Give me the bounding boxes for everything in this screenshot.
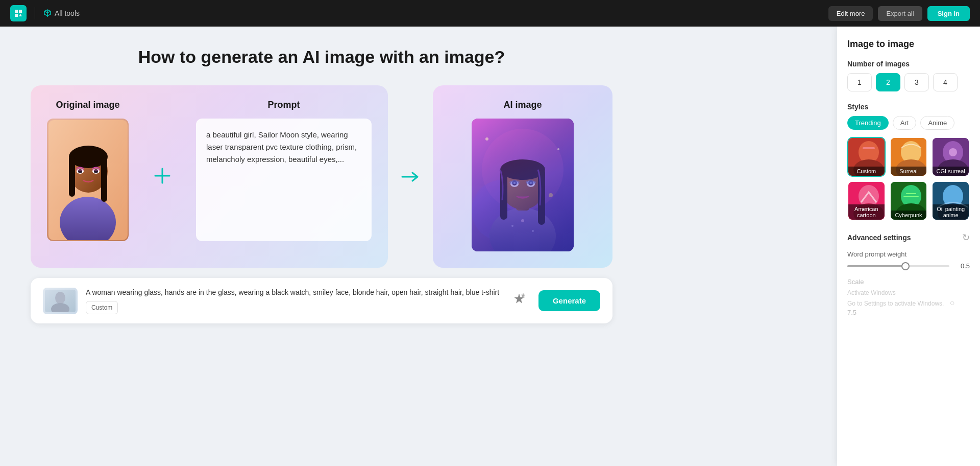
svg-point-40 bbox=[55, 292, 65, 304]
svg-rect-6 bbox=[101, 156, 107, 202]
svg-rect-59 bbox=[906, 193, 916, 194]
svg-point-32 bbox=[528, 180, 533, 185]
nav-actions: Edit more Export all Sign in bbox=[828, 6, 970, 21]
style-name-surreal: Surreal bbox=[891, 167, 927, 176]
style-item-cgi[interactable]: CGI surreal bbox=[932, 137, 970, 177]
slider-thumb[interactable] bbox=[901, 262, 910, 270]
svg-point-28 bbox=[510, 181, 519, 187]
tab-anime[interactable]: Anime bbox=[920, 116, 954, 130]
style-name-american: American cartoon bbox=[848, 204, 885, 220]
word-prompt-weight-slider-row: 0.5 bbox=[847, 262, 970, 270]
style-item-cyberpunk[interactable]: Cyberpunk bbox=[890, 181, 928, 221]
edit-more-button[interactable]: Edit more bbox=[828, 6, 873, 21]
svg-rect-60 bbox=[903, 196, 919, 197]
num-images-row: 1 2 3 4 bbox=[847, 73, 970, 91]
ai-person-svg bbox=[472, 119, 574, 251]
prompt-section: Prompt a beautiful girl, Sailor Moon sty… bbox=[196, 100, 372, 251]
prompt-input-bar: A woman wearing glass, hands are in the … bbox=[31, 278, 612, 323]
svg-point-31 bbox=[527, 181, 535, 187]
style-tabs: Trending Art Anime bbox=[847, 116, 970, 130]
svg-point-11 bbox=[76, 168, 84, 171]
advanced-settings-label: Advanced settings bbox=[847, 234, 911, 242]
style-item-surreal[interactable]: Surreal bbox=[890, 137, 928, 177]
svg-point-20 bbox=[557, 148, 559, 150]
svg-point-33 bbox=[530, 182, 532, 184]
plus-icon bbox=[145, 100, 180, 251]
style-name-cyberpunk: Cyberpunk bbox=[891, 211, 927, 220]
word-prompt-weight-label: Word prompt weight bbox=[847, 250, 970, 258]
nav-divider bbox=[35, 7, 35, 19]
num-btn-3[interactable]: 3 bbox=[904, 73, 929, 91]
style-item-american[interactable]: American cartoon bbox=[847, 181, 886, 221]
demo-area: Original image bbox=[31, 85, 612, 268]
styles-heading: Styles bbox=[847, 103, 970, 111]
original-section: Original image bbox=[47, 100, 129, 251]
svg-point-52 bbox=[949, 148, 957, 156]
style-item-oil[interactable]: Oil painting anime bbox=[932, 181, 970, 221]
tools-icon bbox=[43, 9, 52, 17]
num-images-heading: Number of images bbox=[847, 60, 970, 68]
left-demo-card: Original image bbox=[31, 85, 388, 268]
svg-point-19 bbox=[485, 137, 488, 141]
sparkle-icon bbox=[512, 292, 526, 307]
style-name-cgi: CGI surreal bbox=[933, 167, 969, 176]
sparkle-button[interactable] bbox=[508, 288, 530, 314]
svg-point-34 bbox=[509, 180, 520, 184]
refresh-icon[interactable]: ↻ bbox=[962, 232, 970, 243]
navbar: All tools Edit more Export all Sign in bbox=[0, 0, 980, 27]
prompt-label: Prompt bbox=[268, 100, 300, 110]
style-item-custom[interactable]: Custom bbox=[847, 137, 886, 177]
sign-in-button[interactable]: Sign in bbox=[927, 6, 970, 21]
svg-point-36 bbox=[511, 225, 513, 227]
num-btn-1[interactable]: 1 bbox=[847, 73, 872, 91]
num-btn-4[interactable]: 4 bbox=[933, 73, 958, 91]
arrow-container bbox=[388, 85, 433, 268]
tab-trending[interactable]: Trending bbox=[847, 116, 889, 130]
bottom-prompt-area: A woman wearing glass, hands are in the … bbox=[86, 287, 500, 314]
svg-rect-27 bbox=[538, 169, 545, 225]
bottom-prompt-text: A woman wearing glass, hands are in the … bbox=[86, 287, 500, 298]
ai-image-card: AI image bbox=[433, 85, 612, 268]
svg-point-12 bbox=[92, 168, 100, 171]
svg-point-24 bbox=[500, 162, 545, 209]
all-tools-link[interactable]: All tools bbox=[43, 9, 80, 17]
svg-point-30 bbox=[513, 182, 516, 184]
svg-point-17 bbox=[482, 129, 564, 211]
plus-svg bbox=[153, 167, 172, 185]
right-settings-panel: Image to image Number of images 1 2 3 4 … bbox=[837, 27, 980, 466]
svg-point-35 bbox=[526, 180, 536, 184]
original-image bbox=[47, 119, 129, 241]
reference-thumbnail[interactable] bbox=[43, 288, 78, 314]
svg-rect-5 bbox=[69, 156, 75, 197]
export-all-button[interactable]: Export all bbox=[878, 6, 922, 21]
arrow-svg bbox=[400, 167, 421, 187]
style-grid: Custom Surreal bbox=[847, 137, 970, 221]
original-person-svg bbox=[48, 120, 128, 240]
slider-track bbox=[847, 265, 903, 267]
all-tools-label: All tools bbox=[55, 9, 80, 17]
svg-rect-16 bbox=[472, 119, 574, 251]
num-btn-2[interactable]: 2 bbox=[876, 73, 900, 91]
svg-point-18 bbox=[472, 180, 533, 241]
prompt-text-box: a beautiful girl, Sailor Moon style, wea… bbox=[196, 119, 372, 241]
thumbnail-svg bbox=[45, 290, 76, 312]
word-prompt-weight-slider[interactable] bbox=[847, 265, 949, 267]
generate-button[interactable]: Generate bbox=[538, 290, 600, 311]
svg-point-29 bbox=[512, 180, 517, 185]
page-title: How to generate an AI image with an imag… bbox=[31, 47, 612, 67]
panel-title: Image to image bbox=[847, 39, 970, 50]
scale-value: 7.5 bbox=[847, 309, 970, 316]
style-name-oil: Oil painting anime bbox=[933, 204, 969, 220]
app-logo[interactable] bbox=[10, 5, 27, 21]
watermark-notice: Activate WindowsGo to Settings to activa… bbox=[847, 289, 970, 309]
svg-rect-45 bbox=[863, 147, 875, 149]
style-name-custom: Custom bbox=[848, 167, 885, 176]
prompt-text: a beautiful girl, Sailor Moon style, wea… bbox=[206, 130, 357, 164]
thumbnail-image bbox=[45, 290, 76, 312]
tab-art[interactable]: Art bbox=[893, 116, 917, 130]
svg-rect-26 bbox=[500, 169, 507, 220]
svg-point-21 bbox=[549, 193, 553, 197]
svg-point-37 bbox=[532, 230, 534, 232]
ai-generated-image bbox=[472, 119, 574, 251]
custom-style-badge[interactable]: Custom bbox=[86, 301, 118, 314]
